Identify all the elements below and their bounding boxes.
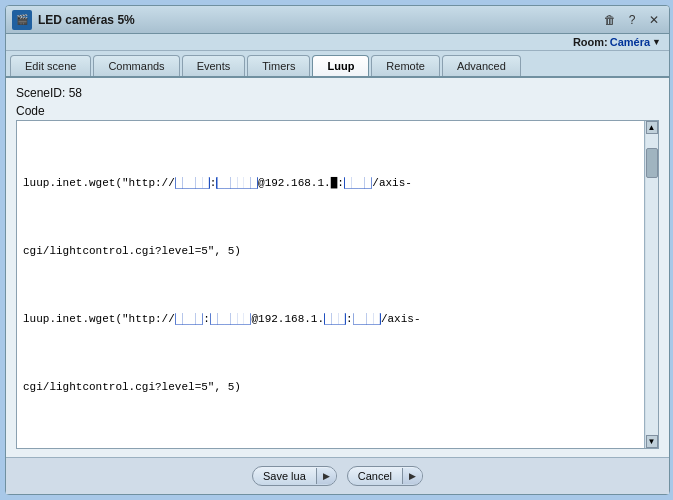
tab-edit-scene[interactable]: Edit scene bbox=[10, 55, 91, 76]
code-highlight: ████ bbox=[175, 313, 203, 325]
help-button[interactable]: ? bbox=[623, 11, 641, 29]
content-area: SceneID: 58 Code luup.inet.wget("http://… bbox=[6, 78, 669, 457]
tab-luup[interactable]: Luup bbox=[312, 55, 369, 76]
scrollbar: ▲ ▼ bbox=[644, 121, 658, 448]
code-text: : bbox=[337, 177, 344, 189]
tab-commands[interactable]: Commands bbox=[93, 55, 179, 76]
cancel-button[interactable]: Cancel ▶ bbox=[347, 466, 423, 486]
title-bar: 🎬 LED caméras 5% 🗑 ? ✕ bbox=[6, 6, 669, 34]
code-area-wrapper: luup.inet.wget("http://█████:██████@192.… bbox=[16, 120, 659, 449]
code-text: : bbox=[203, 313, 210, 325]
tab-remote[interactable]: Remote bbox=[371, 55, 440, 76]
title-buttons: 🗑 ? ✕ bbox=[601, 11, 663, 29]
room-name: Caméra bbox=[610, 36, 650, 48]
code-highlight: ██████ bbox=[216, 177, 258, 189]
code-editor[interactable]: luup.inet.wget("http://█████:██████@192.… bbox=[17, 121, 644, 448]
tab-timers[interactable]: Timers bbox=[247, 55, 310, 76]
app-icon: 🎬 bbox=[12, 10, 32, 30]
code-text: /axis- bbox=[372, 177, 412, 189]
save-lua-label: Save lua bbox=[253, 467, 316, 485]
code-text: : bbox=[346, 313, 353, 325]
room-prefix-label: Room: bbox=[573, 36, 608, 48]
close-button[interactable]: ✕ bbox=[645, 11, 663, 29]
code-highlight: ████ bbox=[353, 313, 381, 325]
save-lua-button[interactable]: Save lua ▶ bbox=[252, 466, 337, 486]
scene-id: SceneID: 58 bbox=[16, 86, 659, 100]
cancel-arrow: ▶ bbox=[402, 468, 422, 484]
scrollbar-track bbox=[646, 134, 658, 435]
main-window: 🎬 LED caméras 5% 🗑 ? ✕ Room: Caméra ▼ Ed… bbox=[5, 5, 670, 495]
tab-advanced[interactable]: Advanced bbox=[442, 55, 521, 76]
code-highlight: ███ bbox=[324, 313, 346, 325]
code-text: /axis- bbox=[381, 313, 421, 325]
code-line-1: luup.inet.wget("http://█████:██████@192.… bbox=[23, 175, 638, 192]
code-text: @192.168.1. bbox=[251, 313, 324, 325]
tabs-bar: Edit scene Commands Events Timers Luup R… bbox=[6, 51, 669, 78]
code-line-2: cgi/lightcontrol.cgi?level=5", 5) bbox=[23, 243, 638, 260]
code-highlight: ██████ bbox=[210, 313, 252, 325]
scrollbar-thumb[interactable] bbox=[646, 148, 658, 178]
code-line-3: luup.inet.wget("http://████:██████@192.1… bbox=[23, 311, 638, 328]
room-dropdown-button[interactable]: ▼ bbox=[652, 37, 661, 47]
code-text: cgi/lightcontrol.cgi?level=5", 5) bbox=[23, 245, 241, 257]
code-label: Code bbox=[16, 104, 659, 118]
code-highlight: █████ bbox=[175, 177, 210, 189]
window-title: LED caméras 5% bbox=[38, 13, 601, 27]
tab-events[interactable]: Events bbox=[182, 55, 246, 76]
code-text: cgi/lightcontrol.cgi?level=5", 5) bbox=[23, 381, 241, 393]
code-text: @192.168.1. bbox=[258, 177, 331, 189]
room-selector: Room: Caméra ▼ bbox=[6, 34, 669, 51]
scroll-down-button[interactable]: ▼ bbox=[646, 435, 658, 448]
cancel-label: Cancel bbox=[348, 467, 402, 485]
scroll-up-button[interactable]: ▲ bbox=[646, 121, 658, 134]
code-line-4: cgi/lightcontrol.cgi?level=5", 5) bbox=[23, 379, 638, 396]
code-line-5: luup.inet.wget("http://████:██@192.168.1… bbox=[23, 447, 638, 449]
code-text: luup.inet.wget("http:// bbox=[23, 313, 175, 325]
code-text: luup.inet.wget("http:// bbox=[23, 177, 175, 189]
footer: Save lua ▶ Cancel ▶ bbox=[6, 457, 669, 494]
save-lua-arrow: ▶ bbox=[316, 468, 336, 484]
code-highlight: ████ bbox=[344, 177, 372, 189]
trash-button[interactable]: 🗑 bbox=[601, 11, 619, 29]
